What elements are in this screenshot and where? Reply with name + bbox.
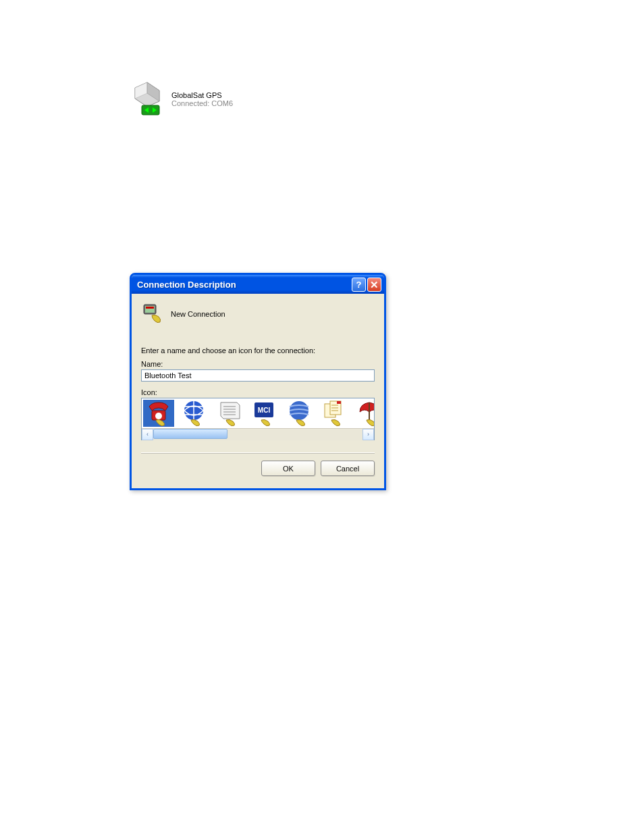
button-row: OK Cancel [141,461,375,481]
icon-picker: Icon: [141,388,375,440]
connection-description-dialog: Connection Description ? ✕ New Connectio… [130,273,386,490]
chevron-left-icon: ‹ [146,431,149,438]
instruction-text: Enter a name and choose an icon for the … [141,346,375,355]
mci-modem-icon[interactable]: MCI [248,400,279,427]
svg-text:MCI: MCI [258,407,271,414]
help-icon: ? [356,280,362,290]
device-labels: GlobalSat GPS Connected: COM6 [171,91,233,107]
svg-rect-22 [337,401,341,404]
separator [141,452,375,454]
globe-modem-icon[interactable] [178,400,209,427]
device-status: GlobalSat GPS Connected: COM6 [132,81,233,118]
dialog-body: New Connection Enter a name and choose a… [132,294,384,488]
icon-list: MCI [142,398,374,428]
scroll-thumb[interactable] [153,429,227,439]
ok-button[interactable]: OK [261,461,315,476]
dialog-title: Connection Description [137,280,350,290]
scroll-track[interactable] [153,429,363,440]
name-label: Name: [141,360,375,368]
umbrella-modem-icon[interactable] [354,400,374,427]
telephone-modem-icon [141,302,165,326]
dialog-header-label: New Connection [171,310,225,318]
svg-rect-8 [146,307,154,309]
name-input[interactable] [141,369,375,382]
close-icon: ✕ [370,280,379,290]
serial-connector-icon [132,81,169,118]
svg-point-10 [155,413,162,419]
svg-rect-3 [142,105,159,115]
dialog-header: New Connection [141,302,375,326]
help-button[interactable]: ? [352,278,366,292]
newspaper-modem-icon[interactable] [213,400,244,427]
close-button[interactable]: ✕ [367,278,381,292]
icon-scrollbar: ‹ › [142,428,374,440]
att-globe-modem-icon[interactable] [284,400,315,427]
scroll-right-button[interactable]: › [363,429,374,440]
icon-label: Icon: [141,388,375,396]
svg-marker-12 [221,402,240,419]
device-status-text: Connected: COM6 [171,99,233,107]
icon-list-container: MCI [141,398,375,440]
titlebar[interactable]: Connection Description ? ✕ [132,275,384,294]
document-pair-modem-icon[interactable] [319,400,350,427]
red-phone-modem-icon[interactable] [143,400,174,427]
cancel-button[interactable]: Cancel [321,461,375,476]
chevron-right-icon: › [367,431,369,438]
device-title: GlobalSat GPS [171,91,233,99]
scroll-left-button[interactable]: ‹ [142,429,153,440]
